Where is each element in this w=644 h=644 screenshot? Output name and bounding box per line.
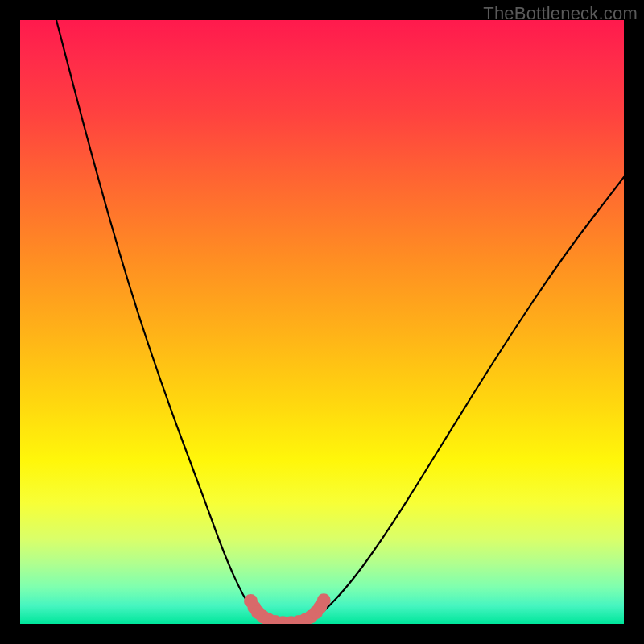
- curve-layer: [20, 20, 624, 624]
- plot-area: [20, 20, 624, 624]
- outer-frame: TheBottleneck.com: [0, 0, 644, 644]
- valley-marker-dot: [317, 593, 331, 607]
- bottleneck-curve: [56, 20, 624, 623]
- valley-markers: [244, 593, 331, 624]
- curve-path: [56, 20, 624, 623]
